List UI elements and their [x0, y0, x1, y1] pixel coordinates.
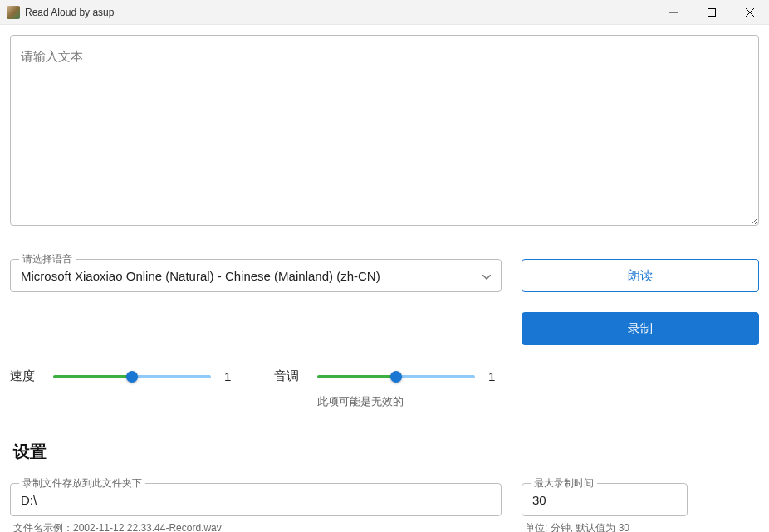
- folder-label: 录制文件存放到此文件夹下: [19, 476, 145, 491]
- maxtime-label: 最大录制时间: [531, 476, 597, 491]
- minimize-icon: [669, 8, 678, 17]
- maxtime-field-wrap: 最大录制时间 30 单位: 分钟, 默认值为 30: [522, 483, 688, 532]
- title-bar: Read Aloud by asup: [0, 0, 769, 25]
- folder-input[interactable]: 录制文件存放到此文件夹下 D:\: [10, 483, 502, 516]
- folder-field-wrap: 录制文件存放到此文件夹下 D:\ 文件名示例：2002-11-12 22.33.…: [10, 483, 502, 532]
- settings-row: 录制文件存放到此文件夹下 D:\ 文件名示例：2002-11-12 22.33.…: [10, 483, 759, 532]
- record-button-label: 录制: [628, 321, 653, 337]
- close-button[interactable]: [731, 0, 769, 24]
- speed-slider[interactable]: [53, 375, 211, 378]
- main-content: 请选择语音 Microsoft Xiaoxiao Online (Natural…: [0, 25, 769, 532]
- text-input[interactable]: [10, 35, 759, 226]
- settings-heading: 设置: [13, 441, 759, 463]
- speed-label: 速度: [10, 368, 40, 384]
- sliders-row: 速度 1 音调 1 此项可能是无效的: [10, 368, 759, 409]
- text-input-wrap: [10, 35, 759, 229]
- action-column: 朗读 录制: [522, 259, 759, 345]
- folder-value: D:\: [21, 493, 37, 507]
- minimize-button[interactable]: [654, 0, 693, 24]
- pitch-value: 1: [488, 369, 505, 383]
- read-button[interactable]: 朗读: [522, 259, 759, 292]
- voice-select-wrap: 请选择语音 Microsoft Xiaoxiao Online (Natural…: [10, 259, 502, 345]
- voice-select-value: Microsoft Xiaoxiao Online (Natural) - Ch…: [21, 269, 482, 283]
- window-title: Read Aloud by asup: [25, 7, 654, 18]
- chevron-down-icon: [482, 268, 491, 283]
- pitch-slider-block: 音调 1 此项可能是无效的: [274, 368, 505, 409]
- svg-rect-1: [708, 8, 716, 16]
- maximize-icon: [708, 8, 716, 17]
- pitch-label: 音调: [274, 368, 304, 384]
- speed-slider-thumb[interactable]: [126, 371, 138, 383]
- speed-slider-block: 速度 1: [10, 368, 241, 409]
- record-button[interactable]: 录制: [522, 312, 759, 345]
- pitch-slider[interactable]: [317, 375, 475, 378]
- maximize-button[interactable]: [693, 0, 731, 24]
- maxtime-helper: 单位: 分钟, 默认值为 30: [525, 521, 688, 532]
- speed-value: 1: [224, 369, 241, 383]
- voice-select[interactable]: 请选择语音 Microsoft Xiaoxiao Online (Natural…: [10, 259, 502, 292]
- maxtime-value: 30: [532, 493, 546, 507]
- read-button-label: 朗读: [628, 268, 653, 284]
- maxtime-input[interactable]: 最大录制时间 30: [522, 483, 688, 516]
- pitch-note: 此项可能是无效的: [317, 394, 505, 409]
- voice-row: 请选择语音 Microsoft Xiaoxiao Online (Natural…: [10, 259, 759, 345]
- app-icon: [7, 6, 20, 19]
- voice-select-label: 请选择语音: [19, 252, 76, 266]
- folder-helper: 文件名示例：2002-11-12 22.33.44-Record.wav: [13, 521, 502, 532]
- window-controls: [654, 0, 769, 24]
- close-icon: [746, 8, 754, 17]
- pitch-slider-thumb[interactable]: [390, 371, 402, 383]
